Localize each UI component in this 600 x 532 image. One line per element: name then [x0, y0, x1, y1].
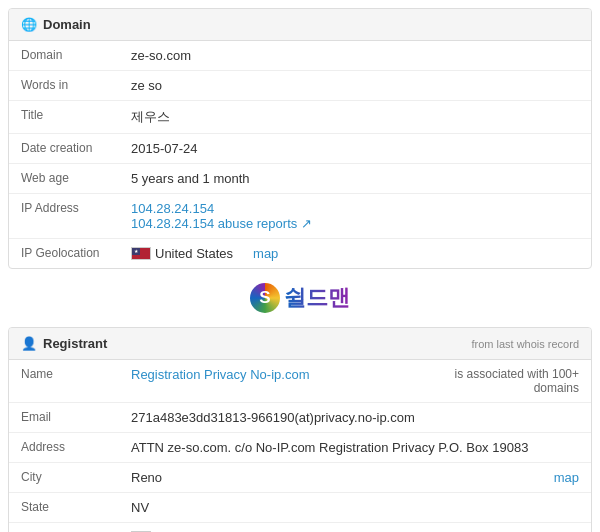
value-name: Registration Privacy No-ip.com is associ… [119, 360, 591, 403]
domain-section-title: Domain [43, 17, 91, 32]
label-ip-address: IP Address [9, 194, 119, 239]
domain-section: 🌐 Domain Domain ze-so.com Words in ze so… [8, 8, 592, 269]
table-row: Address ATTN ze-so.com. c/o No-IP.com Re… [9, 433, 591, 463]
table-row: Date creation 2015-07-24 [9, 134, 591, 164]
table-row: Words in ze so [9, 71, 591, 101]
from-whois-label: from last whois record [471, 338, 579, 350]
external-link-icon: ↗ [301, 216, 312, 231]
label-email: Email [9, 403, 119, 433]
city-map-link[interactable]: map [554, 470, 579, 485]
geo-country: United States [155, 246, 233, 261]
registrant-table: Name Registration Privacy No-ip.com is a… [9, 360, 591, 532]
ip-address-link[interactable]: 104.28.24.154 [131, 201, 214, 216]
value-address: ATTN ze-so.com. c/o No-IP.com Registrati… [119, 433, 591, 463]
abuse-report-link[interactable]: 104.28.24.154 abuse reports ↗ [131, 216, 312, 231]
value-city: Reno map [119, 463, 591, 493]
label-domain: Domain [9, 41, 119, 71]
value-web-age: 5 years and 1 month [119, 164, 591, 194]
registrant-section-title: Registrant [43, 336, 107, 351]
person-icon: 👤 [21, 336, 37, 351]
flag-us-icon [131, 247, 151, 260]
label-ip-geolocation: IP Geolocation [9, 239, 119, 269]
value-ip-geolocation: United States map [119, 239, 591, 269]
table-row: IP Address 104.28.24.154 104.28.24.154 a… [9, 194, 591, 239]
domain-section-header: 🌐 Domain [9, 9, 591, 41]
value-email: 271a483e3dd31813-966190(at)privacy.no-ip… [119, 403, 591, 433]
registrant-section-header: 👤 Registrant from last whois record [9, 328, 591, 360]
value-country: United States [119, 523, 591, 533]
value-ip-address[interactable]: 104.28.24.154 104.28.24.154 abuse report… [119, 194, 591, 239]
table-row: Domain ze-so.com [9, 41, 591, 71]
no-ip-link[interactable]: No-ip.com [250, 367, 309, 382]
label-name: Name [9, 360, 119, 403]
watermark-text: 쉴드맨 [284, 283, 350, 313]
table-row: Title 제우스 [9, 101, 591, 134]
globe-section-icon: 🌐 [21, 17, 37, 32]
table-row: IP Geolocation United States map [9, 239, 591, 269]
table-row: Country United States [9, 523, 591, 533]
value-domain: ze-so.com [119, 41, 591, 71]
domain-table: Domain ze-so.com Words in ze so Title 제우… [9, 41, 591, 268]
table-row: City Reno map [9, 463, 591, 493]
value-state: NV [119, 493, 591, 523]
label-date-creation: Date creation [9, 134, 119, 164]
table-row: Name Registration Privacy No-ip.com is a… [9, 360, 591, 403]
label-words: Words in [9, 71, 119, 101]
geo-map-link[interactable]: map [253, 246, 278, 261]
table-row: Web age 5 years and 1 month [9, 164, 591, 194]
value-title: 제우스 [119, 101, 591, 134]
table-row: State NV [9, 493, 591, 523]
registrant-section: 👤 Registrant from last whois record Name… [8, 327, 592, 532]
associated-domains: is associated with 100+ domains [429, 367, 579, 395]
table-row: Email 271a483e3dd31813-966190(at)privacy… [9, 403, 591, 433]
label-web-age: Web age [9, 164, 119, 194]
label-city: City [9, 463, 119, 493]
label-state: State [9, 493, 119, 523]
label-address: Address [9, 433, 119, 463]
watermark-s-circle: S [250, 283, 280, 313]
label-country: Country [9, 523, 119, 533]
label-title: Title [9, 101, 119, 134]
value-date-creation: 2015-07-24 [119, 134, 591, 164]
value-words: ze so [119, 71, 591, 101]
name-link[interactable]: Registration Privacy [131, 367, 247, 382]
watermark-block: S 쉴드맨 [0, 277, 600, 319]
